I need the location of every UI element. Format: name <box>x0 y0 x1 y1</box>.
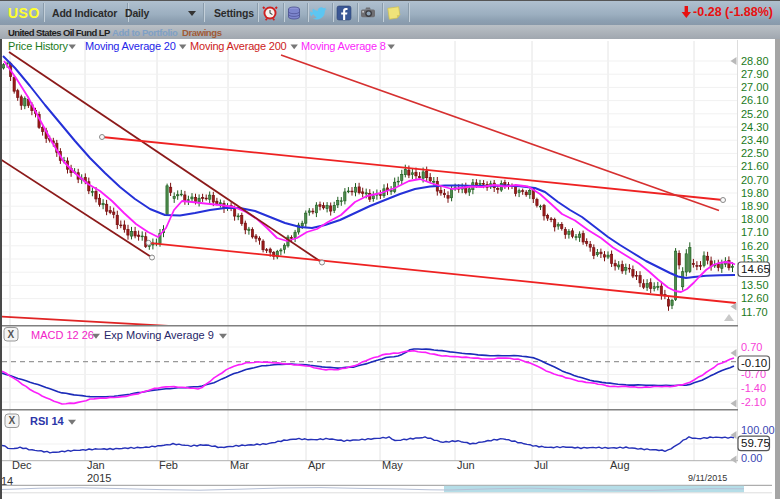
svg-text:May: May <box>382 459 403 471</box>
svg-text:17.10: 17.10 <box>741 226 769 238</box>
svg-text:28.80: 28.80 <box>741 55 769 67</box>
svg-text:Apr: Apr <box>308 459 325 471</box>
svg-text:27.00: 27.00 <box>741 81 769 93</box>
svg-text:MACD 12 26: MACD 12 26 <box>31 329 94 341</box>
svg-text:16.20: 16.20 <box>741 240 769 252</box>
svg-text:12.60: 12.60 <box>741 292 769 304</box>
svg-text:-1.40: -1.40 <box>741 382 766 394</box>
svg-text:27.90: 27.90 <box>741 68 769 80</box>
svg-text:25.20: 25.20 <box>741 108 769 120</box>
svg-text:Jun: Jun <box>457 459 475 471</box>
svg-text:26.10: 26.10 <box>741 94 769 106</box>
svg-text:-0.10: -0.10 <box>741 357 767 369</box>
svg-text:Moving Average 8: Moving Average 8 <box>301 40 386 52</box>
svg-text:Moving Average 200: Moving Average 200 <box>190 40 287 52</box>
svg-text:Dec: Dec <box>12 459 32 471</box>
svg-text:9/11/2015: 9/11/2015 <box>688 473 727 483</box>
svg-text:Jan: Jan <box>87 459 105 471</box>
svg-text:Aug: Aug <box>610 459 630 471</box>
svg-text:20.70: 20.70 <box>741 174 769 186</box>
svg-text:Exp Moving Average 9: Exp Moving Average 9 <box>104 329 214 341</box>
svg-text:19.80: 19.80 <box>741 187 769 199</box>
svg-text:11.70: 11.70 <box>741 306 768 318</box>
svg-text:59.75: 59.75 <box>741 437 770 449</box>
svg-text:13.50: 13.50 <box>741 279 769 291</box>
svg-text:21.60: 21.60 <box>741 160 769 172</box>
svg-text:X: X <box>8 415 15 426</box>
svg-text:-2.10: -2.10 <box>741 396 766 408</box>
svg-text:23.40: 23.40 <box>741 134 769 146</box>
svg-text:X: X <box>7 329 14 340</box>
svg-text:100.00: 100.00 <box>741 424 775 436</box>
svg-text:0.00: 0.00 <box>741 452 762 464</box>
svg-text:Mar: Mar <box>230 459 249 471</box>
svg-text:24.30: 24.30 <box>741 121 769 133</box>
svg-text:22.50: 22.50 <box>741 147 769 159</box>
svg-text:Feb: Feb <box>159 459 178 471</box>
svg-text:18.00: 18.00 <box>741 213 769 225</box>
svg-text:Moving Average 20: Moving Average 20 <box>85 40 176 52</box>
svg-text:14.65: 14.65 <box>741 263 770 275</box>
svg-text:Jul: Jul <box>534 459 548 471</box>
svg-text:2015: 2015 <box>87 472 111 484</box>
svg-text:0.70: 0.70 <box>741 341 762 353</box>
svg-text:18.90: 18.90 <box>741 200 769 212</box>
svg-text:RSI 14: RSI 14 <box>30 415 65 427</box>
svg-text:Price History: Price History <box>8 40 68 52</box>
